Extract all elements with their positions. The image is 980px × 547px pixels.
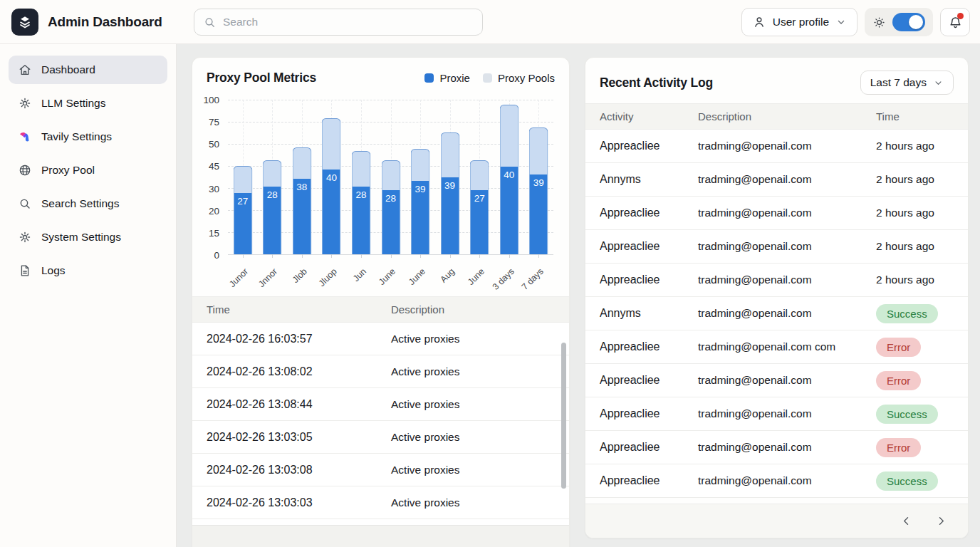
x-axis: Junor Jnnor Jlob Jluop Jun June June Aug… [228,259,553,292]
sidebar-item-search-settings[interactable]: Search Settings [9,189,167,218]
x-tick: Jun [346,259,376,292]
search-input[interactable] [223,16,474,28]
bar-value-label: 39 [530,177,548,188]
search-box[interactable] [194,9,483,36]
sidebar-item-dashboard[interactable]: Dashboard [9,56,167,84]
table-row[interactable]: Appreacliee tradming@openail.com 2 hours… [585,230,968,264]
y-tick-label: 0 [214,250,219,261]
theme-toggle[interactable] [892,13,925,31]
bar-slot: 28 [346,100,376,254]
bar-proxy-pools[interactable]: 40 [322,118,341,254]
sidebar-item-label: Dashboard [41,63,95,76]
bar-proxy-pools[interactable]: 39 [411,149,430,254]
user-icon [752,15,766,29]
table-row[interactable]: 2024-02-26 13:08:02 Active proxies [192,355,569,388]
log-time: 2024-02-26 13:03:05 [207,431,391,444]
bar-value-label: 39 [412,184,429,194]
activity-description: tradming@openail.com [698,239,876,254]
bar-proxy-pools[interactable]: 39 [440,132,459,254]
sidebar-item-tavily-settings[interactable]: Tavily Settings [9,123,167,151]
pagination-prev-button[interactable] [898,513,914,529]
activity-description: tradming@openail.com [698,205,876,221]
bar-proxie[interactable]: 39 [441,177,459,254]
date-range-selector[interactable]: Last 7 days [860,71,954,95]
bar-proxy-pools[interactable]: 28 [263,160,282,254]
bar-proxie[interactable]: 28 [264,187,281,254]
axis-tick [420,254,421,258]
y-tick-label: 45 [209,161,219,172]
x-tick-label: 3 days [491,266,516,292]
table-row[interactable]: Appreacliee tradming@openail.com Success [585,464,968,498]
table-row[interactable]: Appreacliee tradming@openail.com 2 hours… [585,264,968,297]
sidebar-item-label: Tavily Settings [41,130,112,143]
bar-proxie[interactable]: 40 [323,170,340,254]
gear-icon [18,230,32,244]
x-tick: Jnnor [258,259,288,292]
table-row[interactable]: Appreacliee tradming@openail.com 2 hours… [585,197,968,230]
table-row[interactable]: 2024-02-26 13:03:03 Active proxies [192,486,569,519]
activity-description: tradming@openail.com [698,272,876,288]
top-header: Admin Dashboard User profile [0,0,980,44]
pagination-next-button[interactable] [933,513,949,529]
table-body: Appreacliee tradming@openail.com 2 hours… [585,130,968,498]
user-profile-button[interactable]: User profile [741,8,858,36]
notifications-button[interactable] [940,8,970,36]
x-tick-label: Jnnor [256,266,279,289]
table-row[interactable]: Annyms tradming@openail.com 2 hours ago [585,163,968,197]
table-row[interactable]: 2024-02-26 16:03:57 Active proxies [192,323,569,355]
column-header: Time [876,110,954,123]
activity-description: tradming@openail.com [698,473,876,489]
sidebar-item-proxy-pool[interactable]: Proxy Pool [9,156,167,184]
sun-icon [872,16,886,29]
sidebar-item-logs[interactable]: Logs [9,256,167,285]
status-badge: Error [876,338,921,357]
table-row[interactable]: 2024-02-26 13:03:08 Active proxies [192,454,569,486]
activity-time: 2 hours ago [876,274,954,286]
bar-value-label: 28 [264,189,281,200]
table-row[interactable]: Annyms tradming@openail.com Success [585,297,968,330]
bar-proxy-pools[interactable]: 28 [381,160,400,254]
activity-name: Annyms [600,173,698,186]
activity-card-title: Recent Activity Log [600,75,713,90]
table-row[interactable]: Appreacliee tradming@openail.com 2 hours… [585,130,968,163]
bar-proxy-pools[interactable]: 27 [470,160,489,254]
table-row[interactable]: Appreacliee tradming@openail.com Error [585,431,968,464]
bar-proxie[interactable]: 38 [293,179,311,254]
x-tick: 7 days [523,259,553,292]
activity-name: Appreacliee [600,374,698,387]
axis-tick [302,254,303,258]
bar-proxie[interactable]: 40 [500,167,518,254]
log-time: 2024-02-26 13:08:44 [207,398,391,411]
bar-proxy-pools[interactable]: 39 [529,127,548,254]
log-description: Active proxies [391,464,555,476]
axis-tick [243,254,244,258]
sidebar-item-label: System Settings [41,231,121,244]
bar-proxy-pools[interactable]: 40 [499,105,518,254]
bar-value-label: 27 [234,196,251,207]
bar-proxy-pools[interactable]: 38 [292,147,311,254]
y-tick-label: 30 [209,183,219,194]
table-row[interactable]: Appreacliee tradming@openail.com Error [585,364,968,397]
activity-time: 2 hours ago [876,207,954,219]
table-row[interactable]: Appreacliee tradming@openail.com Success [585,397,968,431]
sidebar-item-system-settings[interactable]: System Settings [9,223,167,251]
sidebar-item-llm-settings[interactable]: LLM Settings [9,89,167,118]
globe-icon [18,163,32,177]
bar-proxy-pools[interactable]: 27 [233,166,252,254]
table-row[interactable]: Appreacliee tradming@openail.com com Err… [585,330,968,364]
bar-proxie[interactable]: 27 [234,193,251,254]
bar-proxie[interactable]: 28 [382,190,400,255]
bar-proxie[interactable]: 28 [352,187,370,254]
bar-proxie[interactable]: 39 [412,181,429,254]
bar-proxy-pools[interactable]: 28 [351,151,370,254]
bar-proxie[interactable]: 39 [530,174,548,254]
activity-name: Appreacliee [600,207,698,219]
bar-chart: 1007550453020150 27 28 [197,95,558,292]
table-row[interactable]: 2024-02-26 13:08:44 Active proxies [192,388,569,421]
table-row[interactable]: 2024-02-26 13:03:05 Active proxies [192,421,569,454]
bar-proxie[interactable]: 27 [471,190,489,255]
chevron-down-icon [933,78,944,88]
document-icon [18,264,32,278]
scrollbar-thumb[interactable] [561,343,566,489]
log-description: Active proxies [391,398,555,411]
